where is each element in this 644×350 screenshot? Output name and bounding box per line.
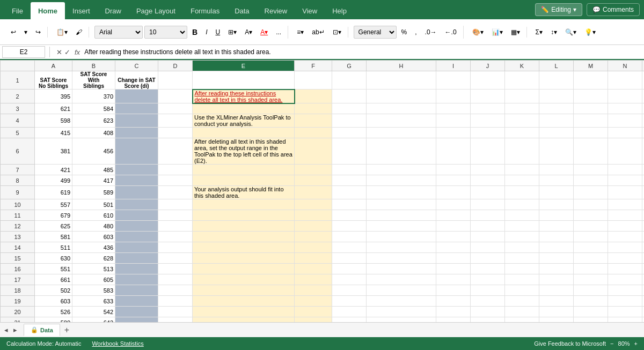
header-cell[interactable] (193, 71, 295, 90)
cell-extra-13-3[interactable] (539, 232, 574, 242)
tab-review[interactable]: Review (257, 2, 295, 19)
cell-a20[interactable]: 526 (35, 307, 72, 317)
cell-extra-13-4[interactable] (574, 232, 608, 242)
cell-e20[interactable] (193, 307, 295, 317)
font-size-select[interactable]: 10 (144, 26, 187, 39)
cell-f11[interactable] (295, 210, 332, 221)
clipboard-button[interactable]: 📋▾ (53, 27, 71, 38)
cell-extra-21-1[interactable] (471, 317, 505, 323)
cell-a7[interactable]: 421 (35, 165, 72, 175)
cell-e4[interactable]: Use the XLMiner Analysis ToolPak to cond… (193, 114, 295, 128)
confirm-icon[interactable]: ✓ (64, 48, 70, 56)
col-header-K[interactable]: K (505, 61, 539, 71)
cell-extra-14-4[interactable] (574, 242, 608, 253)
cell-extra-4-0[interactable] (436, 114, 471, 128)
tab-view[interactable]: View (295, 2, 325, 19)
undo-dropdown[interactable]: ▾ (21, 27, 31, 38)
cell-extra-19-3[interactable] (539, 296, 574, 307)
cell-b5[interactable]: 408 (72, 128, 115, 138)
cell-extra-16-5[interactable] (608, 264, 642, 274)
fill-color-button[interactable]: A▾ (241, 27, 255, 38)
cell-extra-21-0[interactable] (436, 317, 471, 323)
cell-c8[interactable] (115, 175, 158, 186)
header-cell[interactable] (642, 71, 645, 90)
cell-f4[interactable] (295, 114, 332, 128)
cell-e18[interactable] (193, 285, 295, 296)
cell-f13[interactable] (295, 232, 332, 242)
cell-f5[interactable] (295, 128, 332, 138)
cell-extra-3-5[interactable] (608, 103, 642, 114)
col-header-B[interactable]: B (72, 61, 115, 71)
feedback-label[interactable]: Give Feedback to Microsoft (534, 340, 606, 347)
cell-extra-12-6[interactable] (642, 221, 645, 232)
cell-extra-3-3[interactable] (539, 103, 574, 114)
cell-extra-18-2[interactable] (505, 285, 539, 296)
cell-g15[interactable] (332, 253, 367, 264)
cell-extra-9-5[interactable] (608, 186, 642, 199)
cell-a19[interactable]: 603 (35, 296, 72, 307)
cell-extra-21-4[interactable] (574, 317, 608, 323)
cell-extra-4-5[interactable] (608, 114, 642, 128)
cell-extra-8-1[interactable] (471, 175, 505, 186)
cell-h12[interactable] (367, 221, 436, 232)
cell-b19[interactable]: 633 (72, 296, 115, 307)
more-btn[interactable]: ... (273, 27, 284, 38)
tab-draw[interactable]: Draw (98, 2, 129, 19)
cell-c20[interactable] (115, 307, 158, 317)
cell-b16[interactable]: 513 (72, 264, 115, 274)
col-header-H[interactable]: H (367, 61, 436, 71)
cell-h20[interactable] (367, 307, 436, 317)
cell-e17[interactable] (193, 274, 295, 285)
cell-b17[interactable]: 605 (72, 274, 115, 285)
cell-extra-12-2[interactable] (505, 221, 539, 232)
cell-a15[interactable]: 630 (35, 253, 72, 264)
cell-h19[interactable] (367, 296, 436, 307)
col-header-F[interactable]: F (295, 61, 332, 71)
cell-e9[interactable]: Your analysis output should fit into thi… (193, 186, 295, 199)
cell-a16[interactable]: 551 (35, 264, 72, 274)
cell-e2[interactable]: After reading these instructions delete … (193, 90, 295, 103)
sheet-tab-data[interactable]: 🔒 Data (24, 324, 60, 336)
header-cell[interactable] (158, 71, 193, 90)
cell-c17[interactable] (115, 274, 158, 285)
cell-extra-14-0[interactable] (436, 242, 471, 253)
underline-button[interactable]: U (212, 27, 223, 38)
cell-extra-18-5[interactable] (608, 285, 642, 296)
cell-extra-7-0[interactable] (436, 165, 471, 175)
percent-button[interactable]: % (398, 27, 411, 38)
cell-extra-6-0[interactable] (436, 138, 471, 165)
cell-f8[interactable] (295, 175, 332, 186)
cell-extra-20-6[interactable] (642, 307, 645, 317)
bold-button[interactable]: B (189, 26, 201, 38)
cell-f12[interactable] (295, 221, 332, 232)
cell-g2[interactable] (332, 90, 367, 103)
cell-b7[interactable]: 485 (72, 165, 115, 175)
merge-button[interactable]: ⊡▾ (330, 27, 345, 38)
cell-extra-17-6[interactable] (642, 274, 645, 285)
cell-extra-11-4[interactable] (574, 210, 608, 221)
cell-extra-9-0[interactable] (436, 186, 471, 199)
cell-a11[interactable]: 679 (35, 210, 72, 221)
cell-c21[interactable] (115, 317, 158, 323)
cell-extra-8-5[interactable] (608, 175, 642, 186)
cell-extra-21-5[interactable] (608, 317, 642, 323)
cell-extra-17-4[interactable] (574, 274, 608, 285)
cell-d4[interactable] (158, 114, 193, 128)
borders-button[interactable]: ⊞▾ (225, 27, 240, 38)
cell-f15[interactable] (295, 253, 332, 264)
cell-extra-2-6[interactable] (642, 90, 645, 103)
cell-d18[interactable] (158, 285, 193, 296)
cell-f2[interactable] (295, 90, 332, 103)
cell-b20[interactable]: 542 (72, 307, 115, 317)
cell-extra-11-3[interactable] (539, 210, 574, 221)
cell-g7[interactable] (332, 165, 367, 175)
cell-extra-6-3[interactable] (539, 138, 574, 165)
cell-g18[interactable] (332, 285, 367, 296)
cell-extra-12-4[interactable] (574, 221, 608, 232)
col-header-I[interactable]: I (436, 61, 471, 71)
cell-f7[interactable] (295, 165, 332, 175)
cell-b6[interactable]: 456 (72, 138, 115, 165)
cell-extra-11-6[interactable] (642, 210, 645, 221)
header-cell[interactable] (436, 71, 471, 90)
cell-h6[interactable] (367, 138, 436, 165)
